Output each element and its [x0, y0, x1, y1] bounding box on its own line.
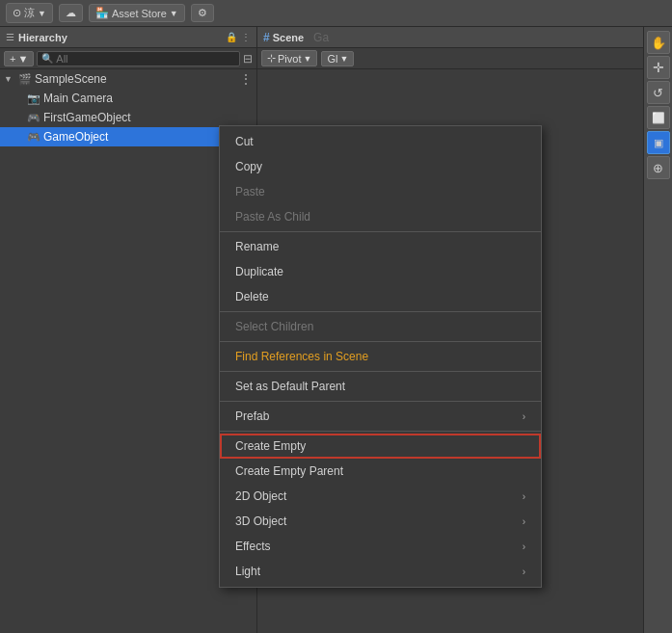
- ctx-3d-object[interactable]: 3D Object ›: [220, 509, 541, 534]
- transform-tool-button[interactable]: ⊕: [647, 156, 670, 179]
- gameobject-icon: 🎮: [27, 131, 40, 144]
- 2d-object-label: 2D Object: [235, 489, 286, 503]
- pivot-button[interactable]: ⊹ Pivot ▼: [261, 50, 317, 66]
- tree-item-firstgameobject[interactable]: 🎮 FirstGameObject: [0, 108, 256, 127]
- scale-icon: ⬜: [652, 112, 665, 124]
- scene-root-item[interactable]: ▼ 🎬 SampleScene ⋮: [0, 69, 256, 89]
- create-empty-parent-label: Create Empty Parent: [235, 464, 343, 478]
- scene-header: # Scene Ga: [257, 27, 643, 48]
- hierarchy-title: Hierarchy: [18, 32, 222, 43]
- hand-tool-button[interactable]: ✋: [647, 31, 670, 54]
- search-box[interactable]: 🔍: [37, 51, 240, 66]
- rotate-icon: ↺: [653, 86, 663, 100]
- global-arrow: ▼: [339, 54, 348, 64]
- duplicate-label: Duplicate: [235, 265, 283, 278]
- ctx-light[interactable]: Light ›: [220, 559, 541, 584]
- asset-store-arrow: ▼: [170, 9, 178, 18]
- separator-6: [220, 431, 541, 432]
- scale-tool-button[interactable]: ⬜: [647, 106, 670, 129]
- rect-icon: ▣: [654, 137, 663, 149]
- context-menu: Cut Copy Paste Paste As Child Rename Dup…: [219, 125, 542, 588]
- ctx-effects[interactable]: Effects ›: [220, 534, 541, 559]
- light-arrow: ›: [523, 567, 525, 577]
- move-tool-button[interactable]: ✛: [647, 56, 670, 79]
- delete-label: Delete: [235, 290, 269, 303]
- ctx-cut[interactable]: Cut: [220, 129, 541, 154]
- 2d-object-arrow: ›: [523, 491, 525, 502]
- global-label: Gl: [327, 53, 337, 65]
- settings-button[interactable]: ⚙: [191, 4, 214, 22]
- rotate-tool-button[interactable]: ↺: [647, 81, 670, 104]
- user-button[interactable]: ⊙ 涼 ▼: [6, 3, 53, 23]
- cut-label: Cut: [235, 135, 254, 148]
- ctx-prefab[interactable]: Prefab ›: [220, 404, 541, 429]
- scene-more-icon[interactable]: ⋮: [239, 72, 253, 86]
- ctx-create-empty[interactable]: Create Empty: [220, 434, 541, 459]
- settings-icon: ⚙: [198, 7, 207, 19]
- separator-5: [220, 401, 541, 402]
- search-icon: 🔍: [41, 53, 53, 64]
- hierarchy-header: ☰ Hierarchy 🔒 ⋮: [0, 27, 256, 48]
- scene-tab-icon: #: [263, 31, 270, 44]
- cloud-button[interactable]: ☁: [59, 4, 83, 22]
- global-button[interactable]: Gl ▼: [321, 51, 354, 66]
- asset-store-button[interactable]: 🏪 Asset Store ▼: [89, 4, 185, 22]
- right-toolbar: ✋ ✛ ↺ ⬜ ▣ ⊕: [643, 27, 672, 633]
- transform-icon: ⊕: [653, 161, 663, 175]
- main-camera-label: Main Camera: [43, 92, 113, 105]
- search-input[interactable]: [56, 53, 235, 65]
- hierarchy-toolbar: + ▼ 🔍 ⊟: [0, 48, 256, 69]
- cloud-icon: ☁: [66, 7, 76, 19]
- set-default-parent-label: Set as Default Parent: [235, 380, 345, 393]
- hierarchy-panel-icon: ☰: [6, 32, 14, 42]
- scene-toolbar: ⊹ Pivot ▼ Gl ▼: [257, 48, 643, 69]
- paste-as-child-label: Paste As Child: [235, 210, 310, 224]
- ctx-2d-object[interactable]: 2D Object ›: [220, 484, 541, 509]
- scene-arrow: ▼: [4, 74, 15, 84]
- find-references-label: Find References in Scene: [235, 350, 368, 363]
- add-button[interactable]: + ▼: [4, 51, 34, 66]
- top-bar: ⊙ 涼 ▼ ☁ 🏪 Asset Store ▼ ⚙: [0, 0, 672, 27]
- separator-2: [220, 311, 541, 312]
- ctx-set-default-parent[interactable]: Set as Default Parent: [220, 374, 541, 399]
- scene-header-sep: Ga: [313, 31, 329, 44]
- hierarchy-header-actions: 🔒 ⋮: [226, 32, 251, 42]
- copy-label: Copy: [235, 160, 262, 173]
- user-dropdown-arrow: ▼: [38, 9, 46, 18]
- separator-3: [220, 341, 541, 342]
- ctx-copy[interactable]: Copy: [220, 154, 541, 179]
- camera-icon: 📷: [27, 92, 40, 105]
- effects-arrow: ›: [523, 541, 525, 552]
- scene-tab[interactable]: # Scene: [263, 31, 304, 44]
- firstgameobject-icon: 🎮: [27, 112, 40, 124]
- separator-1: [220, 231, 541, 232]
- ctx-create-empty-parent[interactable]: Create Empty Parent: [220, 459, 541, 484]
- pivot-arrow: ▼: [303, 54, 311, 64]
- user-label: 涼: [24, 6, 35, 20]
- prefab-arrow: ›: [523, 411, 525, 422]
- ctx-rename[interactable]: Rename: [220, 234, 541, 259]
- asset-store-label: Asset Store: [112, 8, 167, 19]
- effects-label: Effects: [235, 540, 270, 553]
- tree-item-main-camera[interactable]: 📷 Main Camera: [0, 89, 256, 108]
- rename-label: Rename: [235, 240, 279, 253]
- prefab-label: Prefab: [235, 409, 269, 423]
- ctx-find-references[interactable]: Find References in Scene: [220, 344, 541, 369]
- rect-tool-button[interactable]: ▣: [647, 131, 670, 154]
- ctx-paste-as-child: Paste As Child: [220, 204, 541, 229]
- filter-icon[interactable]: ⊟: [243, 52, 253, 66]
- pivot-icon: ⊹: [267, 52, 276, 65]
- lock-icon[interactable]: 🔒: [226, 32, 237, 42]
- ctx-select-children: Select Children: [220, 314, 541, 339]
- move-icon: ✛: [653, 60, 664, 75]
- create-empty-label: Create Empty: [235, 439, 306, 453]
- ctx-duplicate[interactable]: Duplicate: [220, 259, 541, 284]
- firstgameobject-label: FirstGameObject: [43, 111, 131, 124]
- light-label: Light: [235, 565, 260, 578]
- user-icon: ⊙: [13, 7, 21, 19]
- 3d-object-arrow: ›: [523, 516, 525, 527]
- more-options-icon[interactable]: ⋮: [241, 32, 251, 42]
- scene-icon: 🎬: [18, 73, 32, 86]
- ctx-delete[interactable]: Delete: [220, 284, 541, 309]
- scene-title: Scene: [273, 32, 304, 43]
